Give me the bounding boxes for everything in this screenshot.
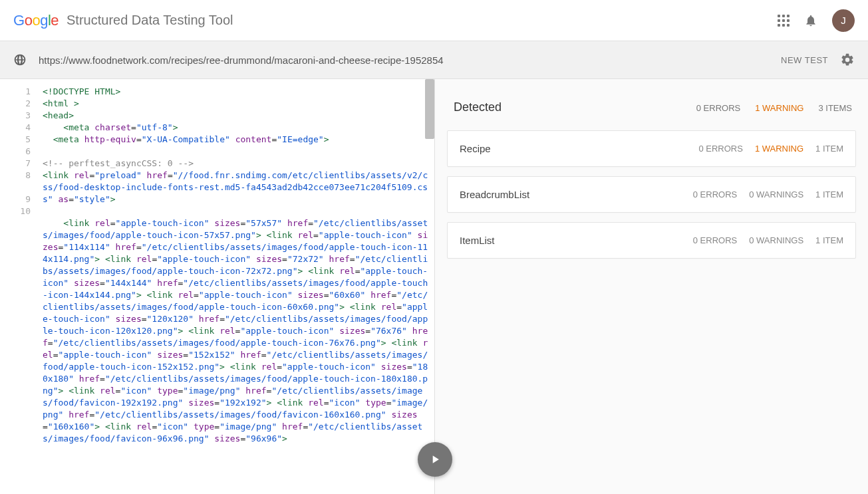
header-right: J (778, 9, 855, 32)
globe-icon (13, 53, 27, 66)
main-split: 12345678910 <!DOCTYPE HTML><html ><head>… (0, 79, 868, 494)
code-pane[interactable]: 12345678910 <!DOCTYPE HTML><html ><head>… (0, 79, 435, 494)
summary-errors: 0 ERRORS (696, 103, 740, 113)
scrollbar[interactable] (425, 79, 434, 139)
line-gutter: 12345678910 (0, 79, 37, 494)
header-left: Google Structured Data Testing Tool (13, 12, 233, 29)
card-counts: 0 ERRORS 1 WARNING 1 ITEM (698, 144, 843, 154)
card-errors: 0 ERRORS (693, 189, 737, 199)
card-name: ItemList (460, 235, 495, 246)
card-counts: 0 ERRORS 0 WARNINGS 1 ITEM (693, 235, 843, 245)
new-test-button[interactable]: NEW TEST (781, 55, 828, 65)
app-title: Structured Data Testing Tool (67, 13, 233, 28)
card-items: 1 ITEM (815, 144, 843, 154)
summary-counts: 0 ERRORS 1 WARNING 3 ITEMS (696, 103, 852, 113)
results-pane: Detected 0 ERRORS 1 WARNING 3 ITEMS Reci… (435, 79, 868, 494)
summary-warnings: 1 WARNING (755, 103, 803, 113)
settings-icon[interactable] (840, 53, 855, 67)
card-name: BreadcrumbList (460, 189, 529, 200)
url-text[interactable]: https://www.foodnetwork.com/recipes/ree-… (39, 55, 769, 66)
card-name: Recipe (460, 143, 491, 154)
url-bar: https://www.foodnetwork.com/recipes/ree-… (0, 41, 868, 79)
card-warnings: 0 WARNINGS (749, 189, 803, 199)
card-items: 1 ITEM (815, 189, 843, 199)
code-lines[interactable]: <!DOCTYPE HTML><html ><head> <meta chars… (37, 79, 434, 494)
result-card[interactable]: ItemList 0 ERRORS 0 WARNINGS 1 ITEM (447, 222, 856, 259)
card-warnings: 0 WARNINGS (749, 235, 803, 245)
app-header: Google Structured Data Testing Tool J (0, 0, 868, 41)
card-errors: 0 ERRORS (698, 144, 742, 154)
apps-icon[interactable] (778, 15, 790, 27)
avatar[interactable]: J (832, 9, 855, 32)
notifications-icon[interactable] (804, 14, 817, 27)
detected-title: Detected (454, 100, 502, 114)
card-counts: 0 ERRORS 0 WARNINGS 1 ITEM (693, 189, 843, 199)
card-warnings: 1 WARNING (755, 144, 803, 154)
result-card[interactable]: Recipe 0 ERRORS 1 WARNING 1 ITEM (447, 130, 856, 167)
summary-items: 3 ITEMS (818, 103, 852, 113)
google-logo[interactable]: Google (13, 12, 59, 29)
result-cards: Recipe 0 ERRORS 1 WARNING 1 ITEM Breadcr… (447, 130, 856, 259)
result-card[interactable]: BreadcrumbList 0 ERRORS 0 WARNINGS 1 ITE… (447, 176, 856, 213)
card-errors: 0 ERRORS (693, 235, 737, 245)
card-items: 1 ITEM (815, 235, 843, 245)
detected-header: Detected 0 ERRORS 1 WARNING 3 ITEMS (447, 95, 856, 130)
run-test-fab[interactable] (418, 442, 452, 477)
